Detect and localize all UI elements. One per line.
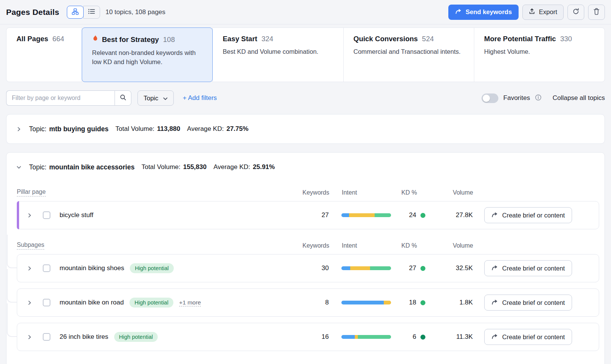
create-brief-button[interactable]: Create brief or content [484, 260, 572, 276]
send-keywords-button[interactable]: Send keywords [448, 5, 519, 20]
chevron-right-icon[interactable] [27, 266, 32, 271]
search-button[interactable] [115, 90, 131, 106]
tab-count: 330 [560, 35, 572, 43]
arrow-curve-icon [491, 212, 498, 219]
create-brief-button[interactable]: Create brief or content [484, 329, 572, 345]
chevron-right-icon[interactable] [27, 213, 32, 218]
add-filters-link[interactable]: + Add filters [183, 94, 217, 102]
volume-value: 27.8K [433, 211, 473, 219]
create-brief-button[interactable]: Create brief or content [484, 295, 572, 311]
create-brief-button[interactable]: Create brief or content [484, 207, 572, 223]
topic-body: Pillar page Keywords Intent KD % Volume … [6, 182, 605, 364]
header-actions: Send keywords Export [448, 5, 605, 20]
topic-prefix: Topic: [29, 163, 47, 171]
toggle-knob [483, 95, 490, 102]
tab-count: 664 [52, 35, 64, 43]
export-button[interactable]: Export [522, 5, 564, 20]
total-volume-value: 155,830 [183, 163, 207, 171]
kd-value: 24 [401, 211, 416, 219]
col-intent: Intent [342, 189, 391, 196]
subpage-row: 26 inch bike tires High potential 16 6 1… [17, 323, 599, 351]
average-kd-label: Average KD: [187, 125, 224, 133]
subpage-row: mountain biking shoes High potential 30 … [17, 254, 599, 282]
chevron-right-icon[interactable] [16, 127, 21, 132]
kd-value: 6 [401, 333, 416, 341]
list-view-button[interactable] [83, 6, 100, 19]
pillar-columns-header: Pillar page Keywords Intent KD % Volume [17, 182, 599, 201]
keywords-count: 8 [302, 299, 329, 306]
topics-pages-summary: 10 topics, 108 pages [105, 8, 165, 16]
tab-count: 524 [422, 35, 434, 43]
strategy-tabs: All Pages 664 Best for Strategy 108 Rele… [6, 27, 605, 82]
kd-dot [420, 335, 425, 340]
tab-label: Best for Strategy [102, 35, 159, 44]
topic-header-row[interactable]: Topic: mtb buying guides Total Volume: 1… [6, 114, 605, 143]
col-keywords: Keywords [302, 189, 329, 196]
topic-filter-dropdown[interactable]: Topic [137, 90, 174, 106]
topic-header-row[interactable]: Topic: mountain bike accessories Total V… [6, 153, 605, 182]
subpage-row: mountain bike on road High potential +1 … [17, 288, 599, 317]
arrow-curve-icon [491, 333, 498, 341]
tab-easy-start[interactable]: Easy Start 324 Best KD and Volume combin… [212, 27, 343, 82]
topic-card-mtb-buying-guides: Topic: mtb buying guides Total Volume: 1… [6, 114, 605, 144]
chevron-down-icon [163, 95, 168, 102]
total-volume-value: 113,880 [157, 125, 180, 133]
tab-description: Best KD and Volume combination. [223, 47, 333, 56]
list-icon [88, 9, 95, 15]
tab-best-for-strategy[interactable]: Best for Strategy 108 Relevant non-brand… [82, 27, 213, 82]
tab-description: Highest Volume. [484, 47, 595, 56]
chevron-down-icon[interactable] [16, 165, 21, 170]
delete-button[interactable] [588, 5, 605, 20]
chevron-right-icon[interactable] [27, 300, 32, 305]
topic-name: mountain bike accessories [49, 163, 135, 171]
tree-view-button[interactable] [67, 6, 84, 19]
chevron-right-icon[interactable] [27, 335, 32, 340]
col-keywords: Keywords [302, 242, 329, 249]
arrow-curve-icon [491, 299, 498, 306]
high-potential-badge: High potential [129, 298, 173, 308]
col-volume: Volume [433, 242, 473, 249]
tab-quick-conversions[interactable]: Quick Conversions 524 Commercial and Tra… [343, 27, 474, 82]
tab-label: Easy Start [223, 35, 257, 43]
high-potential-badge: High potential [130, 263, 174, 273]
flame-icon [92, 35, 99, 44]
more-badges-link[interactable]: +1 more [179, 299, 201, 306]
tab-more-potential-traffic[interactable]: More Potential Traffic 330 Highest Volum… [474, 27, 605, 82]
tab-label: All Pages [16, 35, 48, 43]
page-name: 26 inch bike tires [60, 333, 108, 341]
refresh-button[interactable] [567, 5, 584, 20]
subpages-columns-header: Subpages Keywords Intent KD % Volume [17, 235, 599, 254]
average-kd-value: 27.75% [226, 125, 249, 133]
filter-input[interactable] [6, 90, 115, 106]
search-group [6, 90, 131, 106]
row-checkbox[interactable] [43, 211, 50, 219]
average-kd-value: 25.91% [253, 163, 275, 171]
collapse-all-topics-link[interactable]: Collapse all topics [553, 94, 605, 102]
page-name: mountain bike on road [60, 299, 124, 306]
row-checkbox[interactable] [43, 333, 50, 341]
topic-prefix: Topic: [29, 125, 47, 133]
intent-bar [341, 213, 391, 217]
row-checkbox[interactable] [43, 299, 50, 306]
trash-icon [593, 8, 600, 16]
tab-all-pages[interactable]: All Pages 664 [6, 27, 82, 82]
intent-bar [341, 266, 391, 270]
tab-description: Commercial and Transactional intents. [354, 47, 464, 56]
kd-dot [420, 266, 425, 271]
keywords-count: 16 [302, 333, 329, 341]
topic-card-mountain-bike-accessories: Topic: mountain bike accessories Total V… [6, 152, 605, 364]
page-name: bicycle stuff [60, 211, 94, 219]
col-intent: Intent [342, 242, 391, 249]
kd-value: 18 [401, 299, 416, 306]
subpages-label: Subpages [17, 242, 44, 250]
row-checkbox[interactable] [43, 264, 50, 272]
total-volume-label: Total Volume: [141, 163, 180, 171]
tab-label: More Potential Traffic [484, 35, 556, 43]
kd-dot [420, 300, 425, 305]
tab-description: Relevant non-branded keywords with low K… [92, 48, 202, 67]
favorites-toggle[interactable] [482, 93, 498, 103]
average-kd-label: Average KD: [213, 163, 250, 171]
topic-name: mtb buying guides [49, 125, 109, 133]
info-icon[interactable] [535, 94, 541, 102]
volume-value: 32.5K [433, 264, 473, 272]
